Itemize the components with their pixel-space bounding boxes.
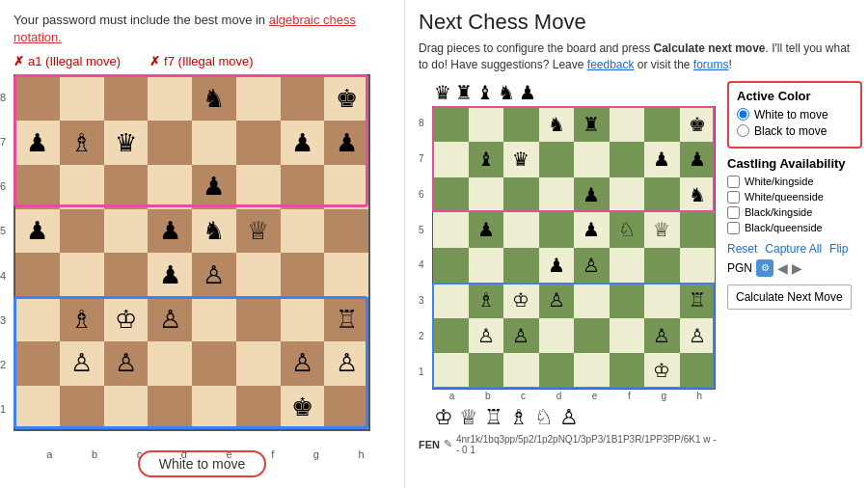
tray-queen-black[interactable]: ♛ — [434, 81, 451, 104]
square-a2[interactable] — [15, 341, 60, 386]
left-chess-board[interactable]: ♞ ♚ ♟ ♗ ♛ ♟ ♟ — [14, 74, 370, 431]
rank-labels-right: 87654321 — [419, 106, 432, 390]
square-a8[interactable] — [15, 76, 60, 121]
square-g8[interactable] — [281, 76, 325, 121]
square-f1[interactable] — [236, 386, 281, 430]
black-to-move-option[interactable]: Black to move — [737, 124, 853, 138]
square-g1[interactable]: ♚ — [281, 386, 325, 430]
pgn-next-icon[interactable]: ▶ — [792, 260, 802, 276]
black-to-move-radio[interactable] — [737, 124, 749, 137]
square-a7[interactable]: ♟ — [15, 121, 60, 165]
tray-knight-black[interactable]: ♞ — [498, 81, 515, 104]
tray-pawn-black[interactable]: ♟ — [519, 81, 536, 104]
tray-rook-white[interactable]: ♖ — [484, 405, 503, 430]
square-f3[interactable] — [236, 297, 281, 341]
square-h6[interactable] — [324, 165, 368, 209]
reset-link[interactable]: Reset — [727, 242, 757, 256]
square-b1[interactable] — [60, 386, 104, 430]
square-b2[interactable]: ♙ — [60, 341, 104, 386]
square-h7[interactable]: ♟ — [324, 121, 368, 165]
feedback-link[interactable]: feedback — [587, 58, 635, 71]
square-g5[interactable] — [281, 209, 325, 254]
tray-bishop-black[interactable]: ♝ — [476, 81, 494, 104]
square-d3[interactable]: ♙ — [148, 297, 192, 341]
square-e1[interactable] — [192, 386, 236, 430]
square-e7[interactable] — [192, 121, 236, 165]
square-d5[interactable]: ♟ — [148, 209, 192, 254]
white-kingside-checkbox[interactable] — [727, 176, 740, 188]
square-a5[interactable]: ♟ — [15, 209, 60, 254]
square-a1[interactable] — [15, 386, 60, 430]
square-e3[interactable] — [192, 297, 236, 341]
square-c5[interactable] — [104, 209, 149, 254]
square-e2[interactable] — [192, 341, 236, 386]
square-d6[interactable] — [148, 165, 192, 209]
pgn-prev-icon[interactable]: ◀ — [777, 260, 788, 276]
square-g3[interactable] — [281, 297, 325, 341]
square-d1[interactable] — [148, 386, 192, 430]
forums-link[interactable]: forums — [693, 58, 729, 71]
square-c4[interactable] — [104, 253, 149, 297]
square-h3[interactable]: ♖ — [324, 297, 368, 341]
square-h4[interactable] — [324, 253, 368, 297]
square-h8[interactable]: ♚ — [324, 76, 368, 121]
tray-pawn-white[interactable]: ♙ — [559, 405, 579, 430]
square-e6[interactable]: ♟ — [192, 165, 236, 209]
square-c7[interactable]: ♛ — [104, 121, 149, 165]
black-queenside-checkbox[interactable] — [727, 222, 740, 234]
square-g6[interactable] — [281, 165, 325, 209]
square-f6[interactable] — [236, 165, 281, 209]
calculate-next-move-button[interactable]: Calculate Next Move — [727, 285, 852, 310]
black-queenside-option[interactable]: Black/queenside — [727, 222, 862, 234]
black-kingside-checkbox[interactable] — [727, 206, 740, 219]
square-f7[interactable] — [236, 121, 281, 165]
square-b6[interactable] — [60, 165, 104, 209]
square-f8[interactable] — [236, 76, 281, 121]
white-to-move-option[interactable]: White to move — [737, 108, 853, 122]
square-c2[interactable]: ♙ — [104, 341, 149, 386]
white-to-move-radio[interactable] — [737, 108, 749, 121]
white-queenside-option[interactable]: White/queenside — [727, 191, 862, 203]
white-queenside-checkbox[interactable] — [727, 191, 740, 203]
square-d8[interactable] — [148, 76, 192, 121]
square-c8[interactable] — [104, 76, 149, 121]
pgn-settings-icon[interactable]: ⚙ — [756, 259, 773, 277]
tray-king-white[interactable]: ♔ — [434, 405, 453, 430]
square-f4[interactable] — [236, 253, 281, 297]
edit-fen-icon[interactable]: ✎ — [444, 438, 452, 450]
square-a4[interactable] — [15, 253, 60, 297]
square-a3[interactable] — [15, 297, 60, 341]
right-chess-board[interactable]: ♞ ♜ ♚ ♝ ♛ ♟ ♟ — [432, 106, 716, 390]
square-e8[interactable]: ♞ — [192, 76, 236, 121]
square-h2[interactable]: ♙ — [324, 341, 368, 386]
tray-bishop-white[interactable]: ♗ — [509, 405, 529, 430]
square-c1[interactable] — [104, 386, 149, 430]
square-h5[interactable] — [324, 209, 368, 254]
square-g2[interactable]: ♙ — [281, 341, 325, 386]
square-b7[interactable]: ♗ — [60, 121, 104, 165]
square-b4[interactable] — [60, 253, 104, 297]
capture-all-link[interactable]: Capture All — [765, 242, 822, 256]
white-kingside-option[interactable]: White/kingside — [727, 176, 862, 188]
square-d7[interactable] — [148, 121, 192, 165]
black-kingside-option[interactable]: Black/kingside — [727, 206, 862, 219]
square-b3[interactable]: ♗ — [60, 297, 104, 341]
square-g4[interactable] — [281, 253, 325, 297]
square-h1[interactable] — [324, 386, 368, 430]
square-d2[interactable] — [148, 341, 192, 386]
tray-knight-white[interactable]: ♘ — [534, 405, 554, 430]
square-b8[interactable] — [60, 76, 104, 121]
square-f2[interactable] — [236, 341, 281, 386]
tray-queen-white[interactable]: ♕ — [459, 405, 478, 430]
square-f5[interactable]: ♕ — [236, 209, 281, 254]
square-c3[interactable]: ♔ — [104, 297, 149, 341]
square-e5[interactable]: ♞ — [192, 209, 236, 254]
square-d4[interactable]: ♟ — [148, 253, 192, 297]
tray-rook-black[interactable]: ♜ — [455, 81, 473, 104]
square-e4[interactable]: ♙ — [192, 253, 236, 297]
square-c6[interactable] — [104, 165, 149, 209]
square-g7[interactable]: ♟ — [281, 121, 325, 165]
square-a6[interactable] — [15, 165, 60, 209]
square-b5[interactable] — [60, 209, 104, 254]
flip-link[interactable]: Flip — [829, 242, 848, 256]
